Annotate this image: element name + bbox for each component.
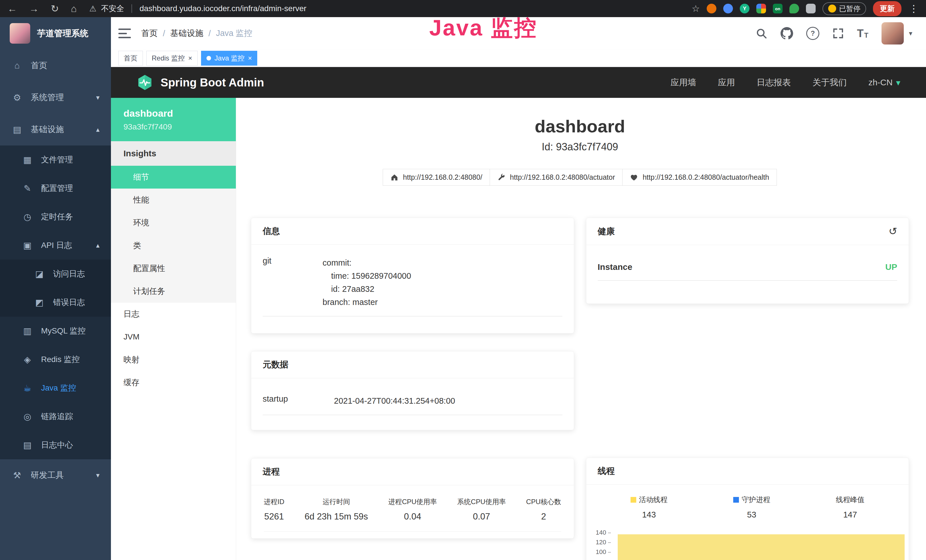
stat-label: 系统CPU使用率 [457, 497, 506, 506]
app-menu: ⌂ 首页 ⚙ 系统管理 ▾ ▤ 基础设施 ▴ ▦ 文件管理 [0, 50, 111, 560]
nav-classes[interactable]: 类 [111, 234, 236, 257]
caret-down-icon[interactable]: ▾ [909, 29, 912, 37]
sidebar-item-java-monitor[interactable]: ☕ Java 监控 [0, 374, 111, 402]
extension-icon-blue[interactable] [723, 4, 733, 14]
health-instance-row[interactable]: Instance UP [598, 262, 897, 281]
sidebar-item-home[interactable]: ⌂ 首页 [0, 50, 111, 82]
sba-brand[interactable]: Spring Boot Admin [136, 74, 264, 91]
nav-environment[interactable]: 环境 [111, 211, 236, 234]
tab-redis-monitor[interactable]: Redis 监控 × [146, 51, 198, 66]
sidebar-item-infrastructure[interactable]: ▤ 基础设施 ▴ [0, 114, 111, 145]
nav-metrics[interactable]: 性能 [111, 189, 236, 211]
sidebar-item-redis-monitor[interactable]: ◈ Redis 监控 [0, 345, 111, 374]
y-axis-tick: 100 [586, 548, 611, 556]
paused-badge[interactable]: 已暂停 [823, 2, 866, 15]
sidebar-item-label: Java 监控 [41, 383, 76, 394]
service-url-link[interactable]: http://192.168.0.2:48080/ [383, 169, 490, 186]
nav-caches[interactable]: 缓存 [111, 371, 236, 394]
nav-details[interactable]: 细节 [111, 166, 236, 189]
nav-logs[interactable]: 日志 [111, 303, 236, 325]
browser-menu-icon[interactable]: ⋮ [909, 3, 918, 14]
extension-icon-grid[interactable] [756, 4, 766, 14]
tab-home[interactable]: 首页 [118, 51, 143, 66]
close-icon[interactable]: × [248, 54, 252, 62]
user-avatar[interactable] [882, 22, 904, 44]
address-bar[interactable]: ⚠ 不安全 dashboard.yudao.iocoder.cn/infra/a… [89, 3, 306, 14]
github-icon[interactable] [781, 27, 793, 40]
actuator-url-link[interactable]: http://192.168.0.2:48080/actuator [490, 169, 623, 186]
nav-jvm[interactable]: JVM [111, 325, 236, 348]
sba-body: dashboard 93a3fc7f7409 Insights 细节 性能 环境… [111, 98, 926, 560]
error-log-icon: ◩ [34, 297, 45, 308]
home-icon [390, 173, 398, 182]
extension-icon-switch[interactable]: on [773, 4, 782, 14]
chevron-up-icon: ▴ [96, 126, 100, 133]
extensions-puzzle-icon[interactable] [806, 4, 816, 14]
stat-system-cpu: 系统CPU使用率 0.07 [457, 497, 506, 522]
java-icon: ☕ [22, 383, 33, 394]
health-card: 健康 ↺ Instance UP [586, 218, 909, 304]
sidebar-toggle-icon[interactable] [118, 29, 131, 38]
breadcrumb-item-infrastructure[interactable]: 基础设施 [170, 28, 203, 39]
address-url[interactable]: dashboard.yudao.iocoder.cn/infra/admin-s… [139, 4, 306, 13]
sba-navbar: Spring Boot Admin 应用墙 应用 日志报表 关于我们 zh-CN… [111, 67, 926, 98]
sidebar-item-config-mgmt[interactable]: ✎ 配置管理 [0, 174, 111, 203]
sba-nav-about[interactable]: 关于我们 [813, 77, 847, 88]
font-size-icon[interactable]: T T [857, 28, 869, 39]
extension-icon-orange[interactable] [707, 4, 716, 14]
health-instance-label: Instance [598, 262, 632, 272]
update-button[interactable]: 更新 [873, 1, 902, 16]
sidebar-item-tracing[interactable]: ◎ 链路追踪 [0, 402, 111, 431]
cards-right-column: 健康 ↺ Instance UP 线程 [586, 218, 909, 560]
sidebar-item-dev-tools[interactable]: ⚒ 研发工具 ▾ [0, 459, 111, 491]
cards-grid: 信息 git commit: time: 1596289704000 id: 2… [251, 218, 909, 560]
stat-pid: 进程ID 5261 [264, 497, 284, 522]
active-tab-dot [206, 56, 211, 61]
extension-icon-leaf[interactable] [790, 4, 799, 14]
tab-java-monitor[interactable]: Java 监控 × [201, 51, 257, 66]
legend-value: 147 [843, 510, 857, 519]
stat-label: 进程CPU使用率 [388, 497, 437, 506]
sba-nav-applications[interactable]: 应用 [718, 77, 735, 88]
search-icon[interactable] [755, 27, 767, 39]
sidebar-item-label: 配置管理 [41, 183, 73, 194]
nav-mappings[interactable]: 映射 [111, 348, 236, 371]
info-line: branch: master [322, 295, 411, 309]
health-url-link[interactable]: http://192.168.0.2:48080/actuator/health [622, 169, 776, 186]
reload-icon[interactable]: ↻ [51, 3, 59, 14]
extension-icon-youdao[interactable]: Y [740, 4, 749, 14]
info-card: 信息 git commit: time: 1596289704000 id: 2… [251, 218, 574, 333]
sidebar-item-access-logs[interactable]: ◪ 访问日志 [0, 260, 111, 288]
link-url: http://192.168.0.2:48080/ [403, 173, 482, 182]
sidebar-item-mysql-monitor[interactable]: ▥ MySQL 监控 [0, 317, 111, 345]
sba-nav-wallboard[interactable]: 应用墙 [670, 77, 696, 88]
forward-icon[interactable]: → [29, 3, 39, 14]
language-selector[interactable]: zh-CN ▾ [869, 77, 900, 88]
nav-config-properties[interactable]: 配置属性 [111, 257, 236, 280]
security-label[interactable]: 不安全 [101, 3, 124, 14]
sidebar-item-api-logs[interactable]: ▣ API 日志 ▴ [0, 231, 111, 260]
close-icon[interactable]: × [188, 54, 192, 62]
back-icon[interactable]: ← [8, 3, 17, 14]
breadcrumb-item-home[interactable]: 首页 [141, 28, 158, 39]
sidebar-item-error-logs[interactable]: ◩ 错误日志 [0, 288, 111, 317]
sidebar-item-label: 链路追踪 [41, 411, 73, 422]
sidebar-item-scheduled-jobs[interactable]: ◷ 定时任务 [0, 203, 111, 231]
metadata-key: startup [263, 394, 334, 407]
sidebar-item-file-mgmt[interactable]: ▦ 文件管理 [0, 145, 111, 174]
address-divider [132, 4, 132, 13]
nav-scheduled-tasks[interactable]: 计划任务 [111, 280, 236, 303]
help-icon[interactable]: ? [806, 27, 819, 40]
browser-home-icon[interactable]: ⌂ [71, 3, 77, 14]
history-icon[interactable]: ↺ [889, 226, 897, 238]
legend-peak-threads: 线程峰值 147 [836, 495, 864, 519]
fullscreen-icon[interactable] [832, 28, 844, 39]
sba-nav-journal[interactable]: 日志报表 [757, 77, 791, 88]
infrastructure-submenu: ▦ 文件管理 ✎ 配置管理 ◷ 定时任务 ▣ API 日志 ▴ [0, 145, 111, 459]
instance-header[interactable]: dashboard 93a3fc7f7409 [111, 98, 236, 141]
bookmark-star-icon[interactable]: ☆ [691, 3, 700, 14]
app-logo[interactable]: 芋道管理系统 [0, 17, 111, 50]
sidebar-item-log-center[interactable]: ▤ 日志中心 [0, 431, 111, 459]
redis-icon: ◈ [22, 354, 33, 365]
sidebar-item-system-mgmt[interactable]: ⚙ 系统管理 ▾ [0, 82, 111, 114]
